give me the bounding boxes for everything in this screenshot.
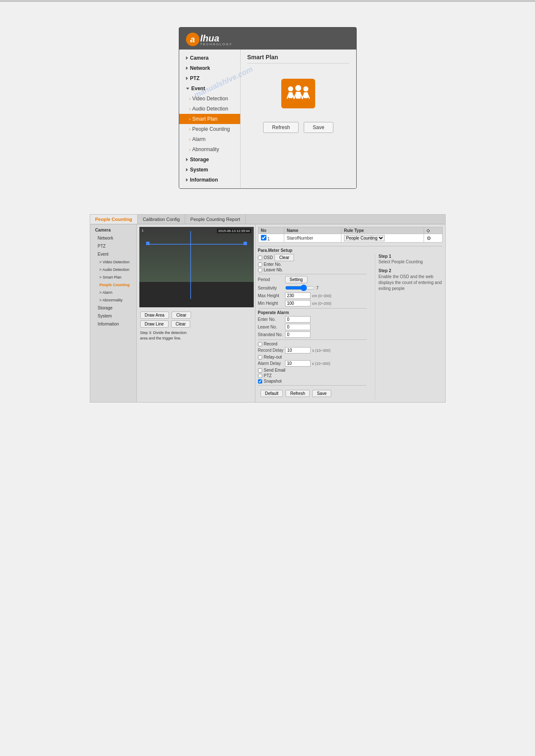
- lower-sidebar-people[interactable]: People Counting: [90, 281, 136, 289]
- sidebar-item-camera[interactable]: Camera: [179, 53, 240, 63]
- snapshot-checkbox[interactable]: [258, 379, 262, 384]
- draw-line-btn[interactable]: Draw Line: [140, 320, 169, 328]
- detection-line-v: [190, 231, 191, 299]
- vd-chevron: ›: [189, 97, 191, 101]
- enter-no-label: Enter No.: [264, 262, 282, 267]
- leave-no-form-label: Leave No.: [258, 325, 283, 329]
- sidebar-item-ptz[interactable]: PTZ: [179, 73, 240, 83]
- lower-refresh-btn[interactable]: Refresh: [286, 390, 310, 397]
- step2-heading: Step 2: [379, 268, 443, 273]
- max-height-input[interactable]: [285, 292, 310, 299]
- sensitivity-slider[interactable]: [285, 284, 315, 291]
- stranded-input[interactable]: [285, 331, 310, 338]
- smart-plan-buttons: Refresh Save: [247, 117, 349, 138]
- smart-plan-icon[interactable]: [281, 79, 315, 108]
- sidebar-item-video-detection[interactable]: › Video Detection: [179, 94, 240, 104]
- sidebar-item-storage[interactable]: Storage: [179, 155, 240, 165]
- draw-area-clear-btn[interactable]: Clear: [172, 312, 191, 319]
- svg-line-11: [308, 95, 309, 98]
- draw-line-row: Draw Line Clear: [140, 320, 252, 328]
- param-columns: OSD Clear Enter No. Leave Nb.: [258, 254, 443, 400]
- draw-controls: Draw Area Clear Draw Line Clear Step 3: …: [137, 310, 255, 342]
- lower-sidebar-system[interactable]: System: [90, 312, 136, 320]
- lower-sidebar-info[interactable]: Information: [90, 320, 136, 328]
- lower-sidebar-camera[interactable]: Camera: [90, 226, 136, 234]
- enter-no-checkbox[interactable]: [258, 262, 262, 267]
- min-height-row: Min Height cm (0~200): [258, 300, 366, 306]
- relay-label: Relay-out: [264, 355, 282, 359]
- sidebar-item-event[interactable]: Event: [179, 83, 240, 94]
- pc-chevron: ›: [189, 127, 191, 132]
- lower-sidebar-ptz[interactable]: PTZ: [90, 242, 136, 250]
- lower-sidebar-abnormality[interactable]: > Abnormality: [90, 296, 136, 304]
- cell-rule-type: People Counting: [341, 234, 424, 243]
- sidebar-item-alarm[interactable]: › Alarm: [179, 134, 240, 144]
- refresh-button[interactable]: Refresh: [263, 122, 299, 133]
- leave-nb-checkbox[interactable]: [258, 268, 262, 272]
- ptz-checkbox[interactable]: [258, 374, 262, 378]
- lower-sidebar-network[interactable]: Network: [90, 234, 136, 242]
- enter-no-form-label: Enter No.: [258, 317, 283, 322]
- gear-icon[interactable]: ⚙: [427, 235, 431, 241]
- tab-people-counting[interactable]: People Counting: [90, 215, 138, 224]
- lower-sidebar-smart[interactable]: > Smart Plan: [90, 273, 136, 281]
- lower-sidebar-storage[interactable]: Storage: [90, 304, 136, 312]
- relay-checkbox[interactable]: [258, 355, 262, 359]
- sidebar-item-abnormality[interactable]: › Abnormality: [179, 144, 240, 155]
- sidebar-item-audio-detection[interactable]: › Audio Detection: [179, 104, 240, 114]
- col-no: No: [258, 227, 284, 234]
- info-arrow: [186, 178, 188, 182]
- leave-no-form-input[interactable]: [285, 324, 310, 330]
- min-height-input[interactable]: [285, 300, 310, 306]
- rule-type-select[interactable]: People Counting: [344, 235, 385, 241]
- record-delay-input[interactable]: [285, 347, 310, 353]
- svg-line-6: [294, 94, 296, 99]
- sidebar-item-smart-plan[interactable]: › Smart Plan: [179, 114, 240, 124]
- alarm-delay-input[interactable]: [285, 360, 310, 367]
- operate-alarm-title: Poperate Alarm: [258, 310, 366, 315]
- people-counting-svg: [286, 83, 311, 104]
- lower-sidebar-event[interactable]: Event: [90, 250, 136, 258]
- save-button[interactable]: Save: [304, 122, 333, 133]
- send-email-checkbox[interactable]: [258, 368, 262, 372]
- lower-sidebar-audio[interactable]: > Audio Detection: [90, 266, 136, 273]
- camera-bg: [139, 227, 254, 307]
- ad-chevron: ›: [189, 107, 191, 111]
- smart-plan-title: Smart Plan: [247, 54, 349, 63]
- osd-row: OSD Clear: [258, 254, 366, 261]
- sidebar-item-system[interactable]: System: [179, 165, 240, 175]
- record-row: Record: [258, 342, 366, 346]
- corner-1: [146, 242, 150, 245]
- sp-chevron: ›: [189, 117, 191, 121]
- divider-5: [258, 385, 366, 386]
- col-rule-type: Rule Type: [341, 227, 424, 234]
- osd-checkbox[interactable]: [258, 256, 262, 260]
- period-setting-btn[interactable]: Setting: [285, 276, 308, 283]
- lower-sidebar-video[interactable]: > Video Detection: [90, 258, 136, 266]
- lower-sidebar-alarm-sub[interactable]: > Alarm: [90, 289, 136, 296]
- cell-checkbox: 1: [258, 234, 284, 243]
- storage-arrow: [186, 158, 188, 161]
- step3-text: Step 3: Divide the detectionarea and the…: [140, 330, 252, 341]
- tab-calibration[interactable]: Calibration Config: [138, 215, 185, 224]
- draw-area-btn[interactable]: Draw Area: [140, 312, 169, 319]
- draw-line-clear-btn[interactable]: Clear: [171, 320, 191, 328]
- sidebar-item-network[interactable]: Network: [179, 63, 240, 73]
- min-height-label: Min Height: [258, 301, 283, 306]
- step2-desc: Enable the OSD and the web displays the …: [379, 274, 443, 292]
- ptz-row: PTZ: [258, 373, 366, 378]
- record-label: Record: [264, 342, 277, 346]
- lower-save-btn[interactable]: Save: [312, 390, 331, 397]
- osd-clear-btn[interactable]: Clear: [274, 254, 294, 261]
- enter-no-form-input[interactable]: [285, 316, 310, 323]
- min-height-unit: cm (0~200): [312, 301, 332, 306]
- record-checkbox[interactable]: [258, 342, 262, 346]
- row-checkbox[interactable]: [261, 235, 266, 240]
- sidebar-item-people-counting[interactable]: › People Counting: [179, 124, 240, 134]
- smart-plan-icon-area: [247, 70, 349, 117]
- default-btn[interactable]: Default: [261, 390, 283, 397]
- snapshot-label: Snapshot: [264, 379, 282, 384]
- tab-report[interactable]: People Counting Report: [185, 215, 245, 224]
- svg-rect-1: [288, 92, 293, 98]
- sidebar-item-information[interactable]: Information: [179, 175, 240, 185]
